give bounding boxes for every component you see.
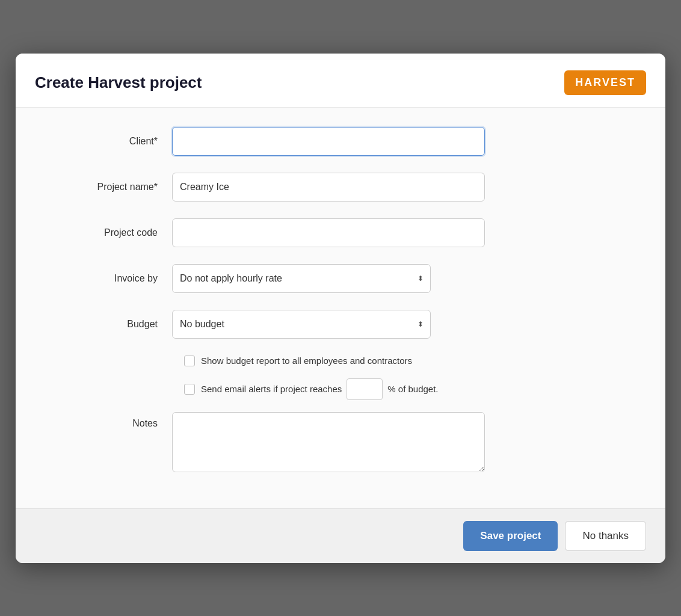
invoice-by-label: Invoice by bbox=[52, 273, 172, 284]
email-alert-checkbox[interactable] bbox=[184, 384, 195, 395]
project-name-label: Project name* bbox=[52, 182, 172, 192]
show-budget-label[interactable]: Show budget report to all employees and … bbox=[184, 356, 412, 366]
client-label: Client* bbox=[52, 136, 172, 147]
invoice-by-select-wrapper: Do not apply hourly rate Person Project … bbox=[172, 264, 431, 293]
project-code-label: Project code bbox=[52, 227, 172, 238]
harvest-logo: HARVEST bbox=[564, 70, 646, 95]
notes-textarea[interactable] bbox=[172, 412, 485, 472]
create-harvest-project-modal: Create Harvest project HARVEST Client* P… bbox=[16, 54, 665, 563]
show-budget-row: Show budget report to all employees and … bbox=[52, 356, 629, 366]
project-name-input[interactable] bbox=[172, 173, 485, 202]
project-code-row: Project code bbox=[52, 218, 629, 247]
modal-body: Client* Project name* Project code Invoi… bbox=[16, 108, 665, 508]
project-name-row: Project name* bbox=[52, 173, 629, 202]
modal-backdrop: Create Harvest project HARVEST Client* P… bbox=[0, 0, 681, 616]
project-code-input[interactable] bbox=[172, 218, 485, 247]
email-alert-row: Send email alerts if project reaches % o… bbox=[52, 378, 629, 400]
email-alert-pre-text: Send email alerts if project reaches bbox=[201, 384, 342, 394]
modal-footer: Save project No thanks bbox=[16, 508, 665, 563]
client-input[interactable] bbox=[172, 127, 485, 156]
show-budget-text: Show budget report to all employees and … bbox=[201, 356, 412, 366]
invoice-by-row: Invoice by Do not apply hourly rate Pers… bbox=[52, 264, 629, 293]
no-thanks-button[interactable]: No thanks bbox=[565, 521, 646, 551]
budget-row: Budget No budget Total project fees Tota… bbox=[52, 310, 629, 339]
modal-header: Create Harvest project HARVEST bbox=[16, 54, 665, 108]
email-alert-post-text: % of budget. bbox=[387, 384, 438, 394]
client-row: Client* bbox=[52, 127, 629, 156]
save-project-button[interactable]: Save project bbox=[463, 521, 558, 551]
notes-label: Notes bbox=[52, 412, 172, 429]
email-alert-percent-input[interactable] bbox=[347, 378, 383, 400]
modal-title: Create Harvest project bbox=[35, 73, 202, 92]
budget-label: Budget bbox=[52, 319, 172, 330]
alert-row-inner: Send email alerts if project reaches % o… bbox=[184, 378, 439, 400]
notes-row: Notes bbox=[52, 412, 629, 472]
budget-select-wrapper: No budget Total project fees Total proje… bbox=[172, 310, 431, 339]
show-budget-checkbox[interactable] bbox=[184, 356, 195, 366]
invoice-by-select[interactable]: Do not apply hourly rate Person Project … bbox=[172, 264, 431, 293]
budget-select[interactable]: No budget Total project fees Total proje… bbox=[172, 310, 431, 339]
